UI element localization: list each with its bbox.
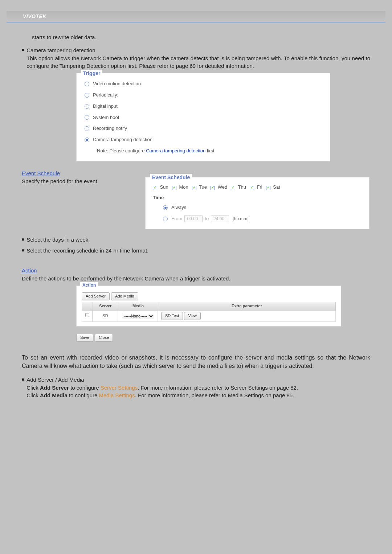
bullet-select-days: Select the days in a week. — [26, 236, 90, 244]
add-media-button[interactable]: Add Media — [111, 292, 138, 300]
bold-add-media: Add Media — [40, 392, 68, 398]
close-button[interactable]: Close — [95, 334, 113, 342]
time-label: Time — [153, 194, 363, 201]
opt-video-label: Video motion detection: — [93, 81, 142, 87]
check-icon: ✓ — [192, 186, 196, 190]
save-button[interactable]: Save — [76, 334, 93, 342]
cell-server: SD — [93, 311, 118, 322]
day-sat[interactable]: ✓ Sat — [266, 184, 280, 191]
bullet-select-schedule: Select the recording schedule in 24-hr t… — [26, 247, 148, 255]
bullet-icon: ■ — [22, 236, 24, 243]
day-tue-label: Tue — [199, 184, 207, 190]
opt-video-motion[interactable]: Video motion detection: — [85, 81, 323, 87]
th-extra: Extra parameter — [158, 302, 336, 311]
bullet-icon: ■ — [22, 376, 24, 383]
check-icon: ✓ — [153, 186, 157, 190]
radio-icon — [85, 115, 89, 120]
time-always[interactable]: Always — [163, 204, 363, 211]
day-sat-label: Sat — [273, 184, 280, 190]
radio-icon — [85, 93, 89, 98]
time-from[interactable]: From to [hh:mm] — [163, 216, 363, 222]
opt-periodically-label: Periodically: — [93, 92, 118, 99]
radio-icon — [85, 126, 89, 131]
tamper-note: Note: Please configure Camera tampering … — [97, 148, 323, 155]
event-schedule-heading: Event Schedule — [22, 169, 370, 177]
opt-digital-label: Digital input — [93, 103, 118, 110]
trigger-legend: Trigger — [81, 70, 102, 77]
from-label: From — [171, 216, 182, 222]
radio-icon — [85, 138, 89, 142]
action-paragraph: To set an event with recorded video or s… — [22, 353, 370, 370]
radio-icon — [163, 217, 168, 221]
trigger-panel: Trigger Video motion detection: Periodic… — [76, 73, 330, 161]
day-thu-label: Thu — [238, 184, 246, 190]
add-server-line: Click Add Server to configure Server Set… — [26, 384, 370, 392]
bullet-icon: ■ — [22, 46, 24, 54]
check-icon: ✓ — [250, 186, 254, 190]
th-server: Server — [93, 302, 118, 311]
to-input[interactable] — [211, 216, 229, 222]
from-input[interactable] — [184, 216, 203, 222]
hhmm-hint: [hh:mm] — [233, 216, 248, 222]
day-thu[interactable]: ✓ Thu — [231, 184, 246, 191]
th-media: Media — [118, 302, 158, 311]
day-wed[interactable]: ✓ Wed — [211, 184, 227, 191]
media-settings-link: Media Settings — [99, 392, 135, 398]
add-media-line: Click Add Media to configure Media Setti… — [26, 391, 370, 399]
day-mon-label: Mon — [179, 184, 188, 190]
day-wed-label: Wed — [218, 184, 228, 190]
opt-digital-input[interactable]: Digital input — [85, 103, 323, 110]
bullet-icon: ■ — [22, 247, 24, 254]
note-prefix: Note: Please configure — [97, 148, 146, 153]
event-schedule-panel: Event Schedule ✓ Sun ✓ Mon ✓ Tue ✓ Wed ✓… — [145, 177, 369, 229]
opt-system-boot[interactable]: System boot — [85, 114, 323, 121]
view-button[interactable]: View — [184, 312, 201, 320]
to-label: to — [205, 216, 209, 222]
day-tue[interactable]: ✓ Tue — [192, 184, 207, 191]
check-icon: ✓ — [266, 186, 270, 190]
radio-icon — [85, 82, 89, 86]
tamper-link[interactable]: Camera tampering detection — [146, 148, 205, 153]
tamper-description: This option allows the Network Camera to… — [26, 54, 370, 70]
action-panel: Action Add Server Add Media Server Media… — [76, 286, 341, 327]
check-icon: ✓ — [211, 186, 215, 190]
radio-icon — [85, 104, 89, 109]
radio-icon — [163, 205, 168, 210]
always-label: Always — [171, 204, 186, 211]
opt-recnotify-label: Recording notify — [93, 125, 127, 132]
action-heading: Action — [22, 267, 370, 275]
continuation-text: starts to rewrite older data. — [22, 33, 370, 41]
add-server-button[interactable]: Add Server — [82, 292, 110, 300]
note-suffix: first — [205, 148, 215, 153]
opt-recording-notify[interactable]: Recording notify — [85, 125, 323, 132]
action-table: Server Media Extra parameter SD -----Non… — [82, 302, 336, 322]
add-server-media-title: Add Server / Add Media — [26, 376, 370, 384]
day-fri[interactable]: ✓ Fri — [250, 184, 262, 191]
bold-add-server: Add Server — [40, 385, 69, 391]
table-row: SD -----None----- SD Test View — [82, 311, 336, 322]
days-row: ✓ Sun ✓ Mon ✓ Tue ✓ Wed ✓ Thu ✓ Fri ✓ Sa… — [153, 184, 363, 191]
opt-boot-label: System boot — [93, 114, 119, 121]
event-schedule-legend: Event Schedule — [150, 174, 192, 181]
opt-periodically[interactable]: Periodically: — [85, 92, 323, 99]
brand-logo: VIVOTEK — [23, 13, 46, 19]
media-select[interactable]: -----None----- — [122, 313, 154, 319]
sd-test-button[interactable]: SD Test — [161, 312, 183, 320]
day-fri-label: Fri — [257, 184, 262, 190]
day-sun-label: Sun — [160, 184, 168, 190]
action-legend: Action — [80, 282, 98, 288]
row-checkbox[interactable] — [85, 313, 89, 317]
header-band: VIVOTEK — [7, 11, 385, 22]
action-intro: Define the actions to be performed by th… — [22, 275, 370, 283]
day-mon[interactable]: ✓ Mon — [172, 184, 188, 191]
tamper-subhead: Camera tampering detection — [26, 46, 370, 54]
server-settings-link: Server Settings — [101, 385, 138, 391]
day-sun[interactable]: ✓ Sun — [153, 184, 168, 191]
check-icon: ✓ — [231, 186, 235, 190]
check-icon: ✓ — [172, 186, 176, 190]
opt-camera-tampering[interactable]: Camera tampering detection: — [85, 136, 323, 143]
opt-tamper-label: Camera tampering detection: — [93, 136, 154, 143]
